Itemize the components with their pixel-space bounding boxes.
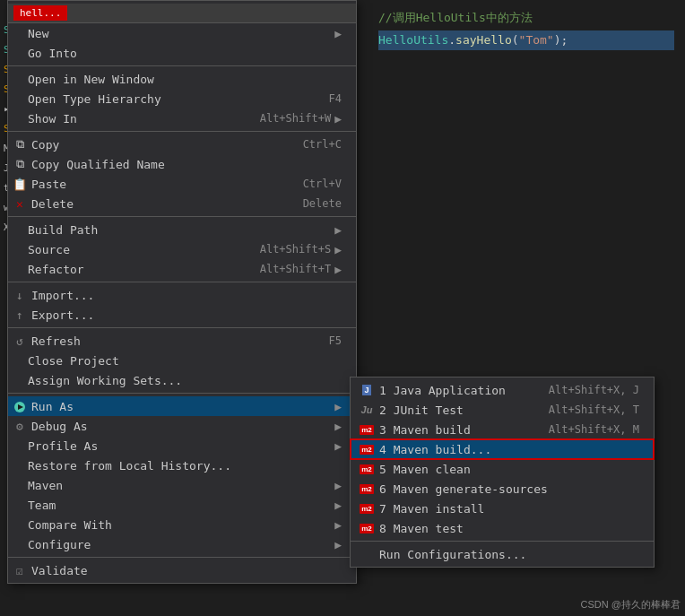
shortcut-copy: Ctrl+C bbox=[285, 138, 342, 151]
menu-item-paste-label: Paste bbox=[31, 178, 66, 191]
menu-item-open-type-hierarchy-label: Open Type Hierarchy bbox=[28, 92, 161, 106]
menu-item-compare-with[interactable]: Compare With ▶ bbox=[8, 515, 356, 534]
separator-5 bbox=[8, 327, 356, 328]
menu-item-copy-qualified[interactable]: ⧉ Copy Qualified Name bbox=[8, 154, 356, 174]
menu-item-close-project[interactable]: Close Project bbox=[8, 351, 356, 370]
separator-6 bbox=[8, 393, 356, 394]
menu-item-compare-with-label: Compare With bbox=[28, 518, 112, 532]
separator-1 bbox=[8, 65, 356, 66]
submenu-item-maven-test-label: 8 Maven test bbox=[379, 522, 464, 535]
submenu-item-maven-build-dots[interactable]: m2 4 Maven build... bbox=[351, 439, 654, 459]
run-icon bbox=[12, 401, 28, 412]
menu-item-export[interactable]: ↑ Export... bbox=[8, 305, 356, 325]
menu-item-refactor[interactable]: Refactor Alt+Shift+T ▶ bbox=[8, 259, 356, 279]
refresh-icon: ↺ bbox=[12, 334, 28, 348]
menu-item-copy-label: Copy bbox=[31, 138, 59, 152]
menu-item-open-new-window[interactable]: Open in New Window bbox=[8, 69, 356, 89]
run-as-submenu: J 1 Java Application Alt+Shift+X, J Ju 2… bbox=[350, 377, 655, 568]
submenu-item-maven-clean-label: 5 Maven clean bbox=[379, 463, 471, 476]
separator-4 bbox=[8, 282, 356, 282]
profile-as-arrow-icon: ▶ bbox=[334, 439, 342, 453]
submenu-item-maven-generate[interactable]: m2 6 Maven generate-sources bbox=[351, 479, 654, 499]
menu-item-new[interactable]: New ▶ bbox=[8, 23, 356, 43]
submenu-item-junit[interactable]: Ju 2 JUnit Test Alt+Shift+X, T bbox=[351, 400, 654, 420]
shortcut-java-app: Alt+Shift+X, J bbox=[549, 384, 639, 396]
submenu-item-java-app[interactable]: J 1 Java Application Alt+Shift+X, J bbox=[351, 380, 654, 400]
separator-3 bbox=[8, 216, 356, 217]
menu-item-assign-working-sets[interactable]: Assign Working Sets... bbox=[8, 370, 356, 390]
shortcut-junit: Alt+Shift+X, T bbox=[549, 403, 639, 416]
menu-item-configure-label: Configure bbox=[28, 538, 91, 551]
shortcut-source: Alt+Shift+S bbox=[242, 243, 331, 256]
menu-item-paste[interactable]: 📋 Paste Ctrl+V bbox=[8, 174, 356, 194]
context-menu: hell... New ▶ Go Into Open in New Window… bbox=[7, 0, 357, 584]
menu-item-profile-as[interactable]: Profile As ▶ bbox=[8, 436, 356, 455]
show-in-arrow-icon: ▶ bbox=[334, 112, 342, 126]
menu-item-maven[interactable]: Maven ▶ bbox=[8, 475, 356, 495]
run-as-arrow-icon: ▶ bbox=[334, 400, 342, 413]
submenu-item-run-configs[interactable]: Run Configurations... bbox=[351, 544, 654, 564]
menu-item-export-label: Export... bbox=[31, 308, 94, 322]
submenu-item-run-configs-label: Run Configurations... bbox=[379, 548, 526, 561]
maven-build-dots-icon: m2 bbox=[358, 445, 376, 455]
menu-item-import-label: Import... bbox=[31, 289, 94, 302]
menu-item-delete[interactable]: ✕ Delete Delete bbox=[8, 194, 356, 213]
separator-7 bbox=[8, 557, 356, 558]
junit-icon: Ju bbox=[358, 404, 376, 415]
submenu-item-java-app-label: 1 Java Application bbox=[379, 384, 506, 397]
menu-item-refresh[interactable]: ↺ Refresh F5 bbox=[8, 331, 356, 351]
menu-item-run-as-label: Run As bbox=[31, 400, 74, 413]
copy-icon: ⧉ bbox=[12, 137, 28, 152]
submenu-item-maven-build-label: 3 Maven build bbox=[379, 423, 471, 437]
menu-item-team[interactable]: Team ▶ bbox=[8, 495, 356, 515]
submenu-item-maven-test[interactable]: m2 8 Maven test bbox=[351, 518, 654, 538]
submenu-item-maven-generate-label: 6 Maven generate-sources bbox=[379, 482, 548, 496]
menu-item-show-in-label: Show In bbox=[28, 112, 77, 126]
menu-item-open-type-hierarchy[interactable]: Open Type Hierarchy F4 bbox=[8, 89, 356, 108]
export-icon: ↑ bbox=[12, 308, 28, 322]
menu-item-restore-history-label: Restore from Local History... bbox=[28, 459, 231, 473]
maven-test-icon: m2 bbox=[358, 524, 376, 534]
menu-item-import[interactable]: ↓ Import... bbox=[8, 285, 356, 305]
submenu-item-maven-build-dots-label: 4 Maven build... bbox=[379, 443, 491, 456]
menu-item-configure[interactable]: Configure ▶ bbox=[8, 534, 356, 554]
menu-item-open-new-window-label: Open in New Window bbox=[28, 73, 154, 86]
watermark: CSDN @持久的棒棒君 bbox=[581, 598, 681, 612]
submenu-separator bbox=[351, 541, 654, 542]
menu-item-validate[interactable]: ☑ Validate bbox=[8, 560, 356, 580]
submenu-item-maven-clean[interactable]: m2 5 Maven clean bbox=[351, 459, 654, 479]
editor-content: //调用HelloUtils中的方法 HelloUtils.sayHello("… bbox=[368, 0, 685, 59]
menu-item-go-into[interactable]: Go Into bbox=[8, 43, 356, 63]
code-class: HelloUtils bbox=[378, 33, 448, 47]
submenu-item-maven-install[interactable]: m2 7 Maven install bbox=[351, 499, 654, 518]
paste-icon: 📋 bbox=[12, 178, 28, 191]
maven-build-icon: m2 bbox=[358, 425, 376, 435]
menu-item-copy[interactable]: ⧉ Copy Ctrl+C bbox=[8, 134, 356, 154]
menu-item-show-in[interactable]: Show In Alt+Shift+W ▶ bbox=[8, 108, 356, 128]
menu-item-refactor-label: Refactor bbox=[28, 263, 84, 276]
code-string: "Tom" bbox=[519, 33, 554, 47]
shortcut-refactor: Alt+Shift+T bbox=[242, 263, 331, 275]
menu-item-run-as[interactable]: Run As ▶ bbox=[8, 396, 356, 416]
build-path-arrow-icon: ▶ bbox=[334, 223, 342, 237]
debug-as-arrow-icon: ▶ bbox=[334, 420, 342, 433]
menu-item-build-path[interactable]: Build Path ▶ bbox=[8, 220, 356, 239]
submenu-item-maven-build[interactable]: m2 3 Maven build Alt+Shift+X, M bbox=[351, 420, 654, 439]
refactor-arrow-icon: ▶ bbox=[334, 263, 342, 276]
separator-2 bbox=[8, 131, 356, 132]
menu-item-validate-label: Validate bbox=[31, 564, 88, 577]
compare-with-arrow-icon: ▶ bbox=[334, 518, 342, 532]
code-comment: //调用HelloUtils中的方法 bbox=[378, 11, 533, 24]
shortcut-f4: F4 bbox=[311, 92, 342, 105]
submenu-item-junit-label: 2 JUnit Test bbox=[379, 403, 464, 417]
maven-clean-icon: m2 bbox=[358, 464, 376, 474]
menu-item-go-into-label: Go Into bbox=[28, 47, 77, 60]
source-arrow-icon: ▶ bbox=[334, 243, 342, 256]
menu-item-delete-label: Delete bbox=[31, 197, 74, 211]
shortcut-paste: Ctrl+V bbox=[285, 178, 342, 190]
menu-item-restore-history[interactable]: Restore from Local History... bbox=[8, 455, 356, 475]
menu-item-debug-as[interactable]: ⚙ Debug As ▶ bbox=[8, 416, 356, 436]
menu-item-source[interactable]: Source Alt+Shift+S ▶ bbox=[8, 239, 356, 259]
submenu-item-maven-install-label: 7 Maven install bbox=[379, 502, 484, 516]
delete-icon: ✕ bbox=[12, 197, 28, 211]
